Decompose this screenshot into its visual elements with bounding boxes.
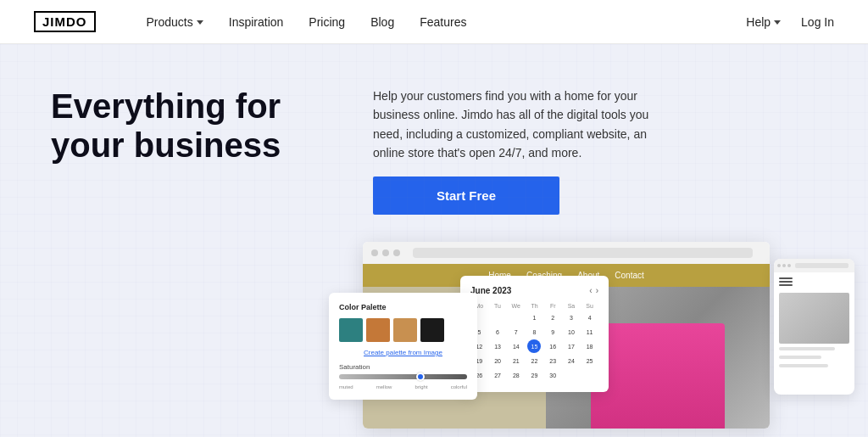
- hero-description: Help your customers find you with a home…: [373, 87, 661, 163]
- chevron-down-icon: [197, 20, 203, 25]
- mobile-dot-1: [777, 264, 781, 267]
- navigation: JIMDO Products Inspiration Pricing Blog …: [0, 0, 868, 44]
- swatch-tan: [393, 318, 417, 342]
- nav-login[interactable]: Log In: [801, 15, 834, 29]
- mobile-dot-2: [782, 264, 786, 267]
- browser-dot-3: [393, 249, 400, 256]
- mobile-browser-bar: [774, 259, 854, 272]
- browser-dot-1: [371, 249, 378, 256]
- calendar-title: June 2023: [470, 286, 511, 295]
- mobile-content: [774, 272, 854, 374]
- color-palette-card: Color Palette Create palette from Image …: [329, 293, 477, 400]
- person-shirt: [591, 323, 725, 429]
- create-palette-link[interactable]: Create palette from Image: [339, 349, 467, 356]
- mobile-mockup: [774, 259, 854, 395]
- hamburger-icon: [779, 277, 849, 286]
- mobile-dot-3: [787, 264, 791, 267]
- website-nav-contact: Contact: [615, 271, 643, 280]
- swatch-black: [420, 318, 444, 342]
- browser-url-bar: [413, 248, 753, 258]
- saturation-label: Saturation: [339, 363, 467, 371]
- palette-title: Color Palette: [339, 303, 467, 311]
- prev-month-icon[interactable]: ‹: [589, 286, 592, 295]
- mockup-area: Color Palette Create palette from Image …: [329, 242, 854, 437]
- nav-features[interactable]: Features: [420, 15, 466, 29]
- next-month-icon[interactable]: ›: [596, 286, 598, 295]
- hero-left: Everything for your business: [51, 78, 339, 437]
- nav-pricing[interactable]: Pricing: [309, 15, 345, 29]
- swatch-orange: [366, 318, 390, 342]
- saturation-labels: muted mellow bright colorful: [339, 384, 467, 389]
- slider-thumb: [416, 373, 425, 381]
- calendar-card: June 2023 ‹ › Mo Tu We Th Fr Sa Su 1 2: [460, 276, 609, 392]
- nav-blog[interactable]: Blog: [370, 15, 394, 29]
- saturation-slider[interactable]: [339, 374, 467, 379]
- mobile-text-1: [779, 347, 835, 350]
- hero-title: Everything for your business: [51, 87, 339, 165]
- mobile-url-bar: [795, 263, 849, 268]
- nav-help[interactable]: Help: [746, 15, 781, 29]
- chevron-down-icon: [774, 20, 781, 25]
- logo[interactable]: JIMDO: [34, 11, 96, 32]
- palette-swatches: [339, 318, 467, 342]
- mobile-text-3: [779, 364, 828, 367]
- swatch-teal: [339, 318, 363, 342]
- start-free-button[interactable]: Start Free: [373, 176, 559, 215]
- calendar-header: June 2023 ‹ ›: [470, 286, 598, 295]
- browser-bar: [363, 242, 770, 264]
- nav-inspiration[interactable]: Inspiration: [229, 15, 284, 29]
- nav-right: Help Log In: [746, 15, 834, 29]
- calendar-arrows[interactable]: ‹ ›: [589, 286, 598, 295]
- browser-dot-2: [382, 249, 389, 256]
- nav-links: Products Inspiration Pricing Blog Featur…: [147, 15, 747, 29]
- today-indicator[interactable]: 15: [527, 339, 541, 353]
- nav-products[interactable]: Products: [147, 15, 203, 29]
- hero-section: Everything for your business Help your c…: [0, 44, 868, 437]
- mobile-image: [779, 293, 849, 344]
- calendar-grid: Mo Tu We Th Fr Sa Su 1 2 3 4 5 6 7 8: [470, 302, 598, 382]
- mobile-text-2: [779, 356, 821, 359]
